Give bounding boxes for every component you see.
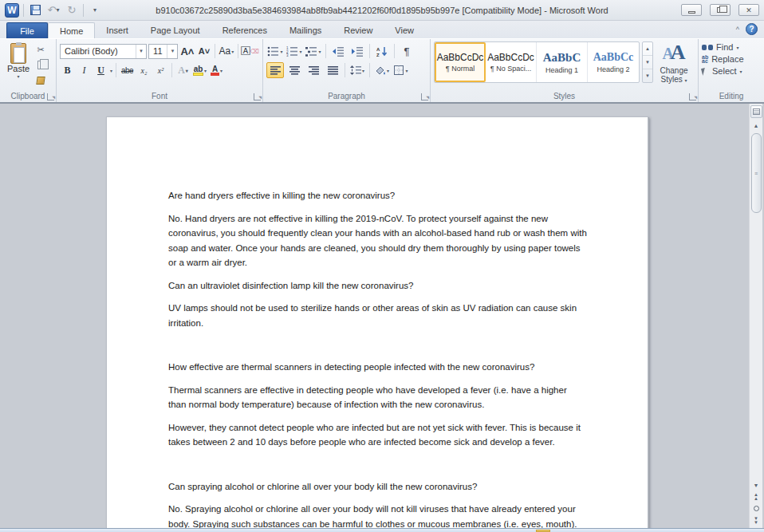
copy-button[interactable] [33,58,48,72]
paragraph-dialog-launcher[interactable] [421,93,428,100]
sort-button[interactable]: AZ [373,43,391,59]
select-browse-object-button[interactable] [750,502,762,514]
multilevel-list-button[interactable]: ▾ [305,43,322,59]
numbering-button[interactable]: 123 ▾ [286,43,303,59]
paste-label: Paste [7,64,30,73]
line-spacing-button[interactable]: ▾ [349,62,366,78]
cut-button[interactable]: ✂ [33,43,48,57]
font-size-dropdown-icon[interactable]: ▼ [167,45,177,58]
paste-button[interactable]: Paste ▾ [3,41,33,90]
tab-home[interactable]: Home [48,22,95,38]
font-name-combobox[interactable]: Calibri (Body) ▼ [60,44,147,59]
paragraph-group: ▾ 123 ▾ ▾ AZ ¶ [263,39,431,102]
close-button[interactable]: ✕ [738,4,759,16]
minimize-ribbon-icon[interactable]: ^ [736,26,739,33]
clipboard-dialog-launcher[interactable] [47,93,54,100]
bold-button[interactable]: B [60,63,75,78]
scroll-up-button[interactable]: ▲ [750,120,762,131]
scrollbar-track[interactable]: ≡ [750,131,763,480]
shading-button[interactable]: ▾ [373,62,391,78]
paste-dropdown-icon[interactable]: ▾ [17,73,19,79]
customize-qat-button[interactable]: ▾ [88,3,102,18]
font-size-combobox[interactable]: 11 ▼ [148,44,178,59]
align-left-icon [270,66,281,75]
change-styles-button[interactable]: AA Change Styles ▾ [656,41,692,85]
clear-formatting-button[interactable]: 🄰⌫ [241,44,259,59]
shrink-font-button[interactable]: A˅ [196,44,211,59]
tab-review[interactable]: Review [333,22,384,38]
align-left-button[interactable] [266,62,284,78]
align-right-button[interactable] [305,62,322,78]
highlight-color-bar [193,73,203,76]
font-name-dropdown-icon[interactable]: ▼ [136,45,146,58]
style-heading2-label: Heading 2 [597,65,629,73]
strikethrough-button[interactable]: abe [120,63,135,78]
scrollbar-thumb[interactable]: ≡ [751,133,762,213]
styles-dialog-launcher[interactable] [689,93,696,100]
styles-scroll-up-button[interactable]: ▲ [643,42,652,56]
next-page-button[interactable]: ▼▼ [750,514,762,526]
decrease-indent-button[interactable] [329,43,347,59]
status-strip [0,528,764,532]
undo-dropdown-icon[interactable]: ▾ [56,8,59,12]
undo-button[interactable]: ↶▾ [46,3,61,18]
tab-view[interactable]: View [384,22,425,38]
select-button[interactable]: Select ▾ [702,66,761,76]
redo-button[interactable]: ↻ [65,3,79,18]
underline-button[interactable]: U [93,63,108,78]
document-page[interactable]: Are hand dryers effective in killing the… [106,116,648,528]
grow-font-button[interactable]: A˄ [179,44,195,59]
font-dialog-launcher[interactable] [254,93,261,100]
format-painter-button[interactable] [33,73,48,87]
style-heading2[interactable]: AaBbCc Heading 2 [588,42,639,82]
paragraph: However, they cannot detect people who a… [168,420,587,450]
styles-more-button[interactable]: ▼ [643,69,652,82]
paragraph: Are hand dryers effective in killing the… [168,188,587,203]
pilcrow-icon: ¶ [404,45,410,57]
tab-file[interactable]: File [6,22,48,38]
save-button[interactable] [28,3,42,18]
styles-group: AaBbCcDc ¶ Normal AaBbCcDc ¶ No Spaci...… [431,39,699,102]
help-button[interactable]: ? [746,23,758,35]
highlight-button[interactable]: ab ▾ [192,63,207,78]
style-normal-label: ¶ Normal [446,65,475,73]
text-effects-button[interactable]: A▾ [175,63,191,78]
increase-indent-button[interactable] [349,43,366,59]
replace-button[interactable]: abac Replace [702,54,761,64]
styles-scroll-down-button[interactable]: ▼ [643,56,652,69]
view-ruler-button[interactable] [750,105,762,118]
align-center-button[interactable] [286,62,303,78]
word-logo-icon[interactable]: W [5,3,19,18]
italic-button[interactable]: I [77,63,92,78]
style-heading1[interactable]: AaBbC Heading 1 [537,42,588,82]
borders-button[interactable]: ▾ [392,62,410,78]
replace-icon: abac [702,55,708,63]
scroll-down-button[interactable]: ▼ [750,480,762,491]
tab-page-layout[interactable]: Page Layout [140,22,211,38]
superscript-button[interactable]: x² [153,63,168,78]
clipboard-group-label: Clipboard [11,92,45,100]
style-normal[interactable]: AaBbCcDc ¶ Normal [435,42,486,82]
previous-page-button[interactable]: ▲▲ [750,491,762,502]
numbering-icon: 123 [286,46,298,57]
minimize-button[interactable] [681,4,702,16]
change-case-button[interactable]: Aa▾ [219,44,234,59]
tab-mailings[interactable]: Mailings [278,22,333,38]
multilevel-list-icon [305,46,317,57]
vertical-scrollbar[interactable]: ▲ ≡ ▼ ▲▲ ▼▼ [749,104,762,528]
bullets-button[interactable]: ▾ [266,43,284,59]
paragraph: No. Spraying alcohol or chlorine all ove… [168,502,587,528]
font-color-button[interactable]: A ▾ [209,63,224,78]
paragraph: UV lamps should not be used to sterilize… [168,301,587,330]
show-hide-paragraph-button[interactable]: ¶ [398,43,415,59]
find-label: Find [716,42,733,52]
subscript-button[interactable]: x₂ [136,63,152,78]
find-button[interactable]: Find ▾ [702,42,761,52]
underline-dropdown-icon[interactable]: ▾ [110,68,112,73]
tab-references[interactable]: References [211,22,278,38]
restore-button[interactable] [710,4,731,16]
style-no-spacing[interactable]: AaBbCcDc ¶ No Spaci... [486,42,537,82]
font-name-value: Calibri (Body) [65,46,118,56]
tab-insert[interactable]: Insert [95,22,140,38]
justify-button[interactable] [324,62,341,78]
